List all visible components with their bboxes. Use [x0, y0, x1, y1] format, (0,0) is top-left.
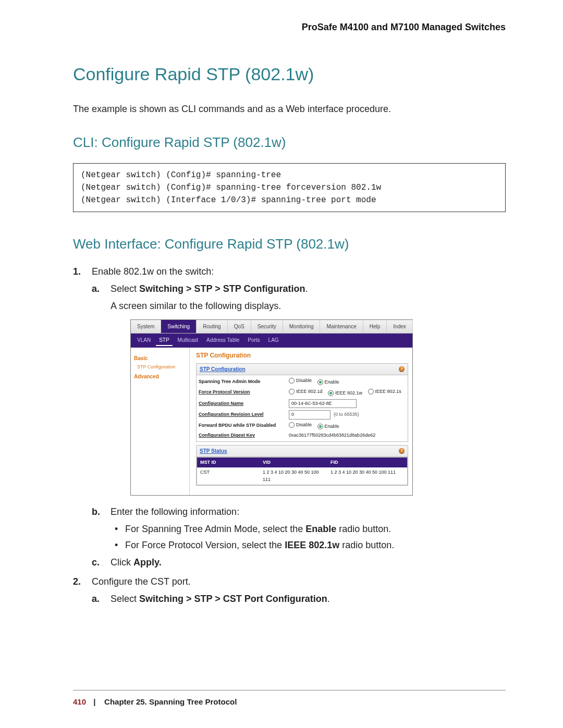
footer-chapter: Chapter 25. Spanning Tree Protocol [104, 697, 237, 706]
step-1a-path: Switching > STP > STP Configuration [139, 283, 305, 294]
step-1b-letter: b. [92, 505, 100, 519]
tab-system[interactable]: System [131, 320, 161, 333]
footer-rule [73, 690, 506, 690]
section-web-title: Web Interface: Configure Rapid STP (802.… [73, 236, 506, 252]
label-force-version: Force Protocol Version [199, 389, 285, 396]
footer-sep: | [93, 697, 95, 706]
tab-routing[interactable]: Routing [197, 320, 227, 333]
hint-revision-range: (0 to 65535) [334, 412, 359, 417]
input-revision[interactable]: 0 [289, 410, 331, 419]
step-1b-bullet-2: For Force Protocol Version, select the I… [111, 538, 506, 552]
input-config-name[interactable]: 00-14-6C-53-62-8E [289, 399, 357, 409]
step-1c-letter: c. [92, 556, 100, 570]
step-2a-prefix: Select [111, 594, 139, 604]
subtab-lag[interactable]: LAG [265, 335, 282, 346]
sidebar-stp-config[interactable]: STP Configuration [137, 364, 186, 371]
primary-tabs: System Switching Routing QoS Security Mo… [131, 320, 412, 334]
radio-802-1d[interactable]: IEEE 802.1d [289, 388, 323, 396]
th-fid: FID [327, 458, 407, 468]
step-1c: c. Click Apply. [92, 556, 506, 570]
page-number: 410 [73, 697, 86, 706]
step-2a-path: Switching > STP > CST Port Configuration [139, 594, 327, 604]
cli-code-block: (Netgear switch) (Config)# spanning-tree… [73, 163, 506, 212]
secondary-tabs: VLAN STP Multicast Address Table Ports L… [131, 334, 412, 348]
th-mstid: MST ID [197, 458, 260, 468]
subtab-vlan[interactable]: VLAN [134, 335, 154, 346]
step-1a-letter: a. [92, 282, 100, 296]
section-cli-title: CLI: Configure Rapid STP (802.1w) [73, 134, 506, 151]
tab-security[interactable]: Security [251, 320, 283, 333]
step-1a-prefix: Select [111, 283, 139, 294]
step-1a-suffix: . [305, 283, 308, 294]
step-1b-bullet-1: For Spanning Tree Admin Mode, select the… [111, 522, 506, 536]
radio-fwd-disable[interactable]: Disable [289, 422, 312, 429]
sidebar: Basic STP Configuration Advanced [131, 348, 190, 495]
tab-monitoring[interactable]: Monitoring [283, 320, 321, 333]
td-mstid: CST [197, 467, 260, 485]
td-vid: 1 2 3 4 10 20 30 40 50 100 111 [260, 467, 327, 485]
step-1a-after: A screen similar to the following displa… [111, 299, 506, 313]
tab-maintenance[interactable]: Maintenance [320, 320, 363, 333]
config-section: STP Configuration ? Spanning Tree Admin … [196, 363, 408, 442]
step-1c-action: Apply. [133, 557, 162, 567]
step-1b: b. Enter the following information: For … [92, 505, 506, 552]
subtab-multicast[interactable]: Multicast [175, 335, 201, 346]
tab-switching[interactable]: Switching [161, 320, 197, 333]
step-1-number: 1. [73, 265, 81, 279]
tab-index[interactable]: Index [387, 320, 412, 333]
help-icon-2[interactable]: ? [399, 448, 405, 454]
subtab-addresstable[interactable]: Address Table [203, 335, 242, 346]
label-revision: Configuration Revision Level [199, 411, 285, 418]
step-2a: a. Select Switching > STP > CST Port Con… [92, 592, 506, 606]
step-2-text: Configure the CST port. [92, 576, 191, 587]
radio-802-1w[interactable]: IEEE 802.1w [328, 390, 362, 397]
step-2: 2. Configure the CST port. a. Select Swi… [73, 575, 506, 606]
step-1: 1. Enable 802.1w on the switch: a. Selec… [73, 265, 506, 570]
sidebar-advanced[interactable]: Advanced [134, 373, 186, 380]
intro-paragraph: The example is shown as CLI commands and… [73, 102, 506, 116]
status-table-row: CST 1 2 3 4 10 20 30 40 50 100 111 1 2 3… [197, 467, 407, 485]
radio-fwd-enable[interactable]: Enable [317, 423, 339, 430]
tab-help[interactable]: Help [363, 320, 387, 333]
status-section: STP Status ? MST ID VID FID [196, 445, 408, 486]
step-2a-letter: a. [92, 592, 100, 606]
step-2-number: 2. [73, 575, 81, 589]
step-1b-text: Enter the following information: [111, 507, 239, 517]
th-vid: VID [260, 458, 327, 468]
status-section-title: STP Status [200, 447, 227, 455]
label-digest-key: Configuration Digest Key [199, 432, 285, 439]
subtab-stp[interactable]: STP [156, 335, 172, 346]
tab-qos[interactable]: QoS [228, 320, 251, 333]
step-1a: a. Select Switching > STP > STP Configur… [92, 282, 506, 496]
help-icon[interactable]: ? [399, 366, 405, 372]
config-section-title: STP Configuration [200, 365, 246, 373]
step-1c-prefix: Click [111, 557, 133, 567]
radio-802-1s[interactable]: IEEE 802.1s [368, 388, 401, 396]
label-admin-mode: Spanning Tree Admin Mode [199, 378, 285, 386]
ui-screenshot: System Switching Routing QoS Security Mo… [130, 319, 413, 496]
step-2a-suffix: . [327, 594, 330, 604]
doc-product-header: ProSafe M4100 and M7100 Managed Switches [73, 22, 506, 33]
td-fid: 1 2 3 4 10 20 30 40 50 100 111 [327, 467, 407, 485]
label-config-name: Configuration Name [199, 400, 285, 408]
step-1-text: Enable 802.1w on the switch: [92, 266, 214, 277]
radio-admin-enable[interactable]: Enable [317, 379, 339, 386]
subtab-ports[interactable]: Ports [244, 335, 263, 346]
status-table-header: MST ID VID FID [197, 458, 407, 468]
sidebar-basic[interactable]: Basic [134, 354, 186, 362]
page-footer: 410 | Chapter 25. Spanning Tree Protocol [73, 697, 237, 706]
panel-title: STP Configuration [196, 351, 408, 360]
value-digest-key: 0xac36177f50283cd4b83821d8ab26de62 [289, 432, 406, 439]
page-title: Configure Rapid STP (802.1w) [73, 64, 506, 84]
radio-admin-disable[interactable]: Disable [289, 377, 312, 385]
label-forward-bpdu: Forward BPDU while STP Disabled [199, 422, 285, 429]
